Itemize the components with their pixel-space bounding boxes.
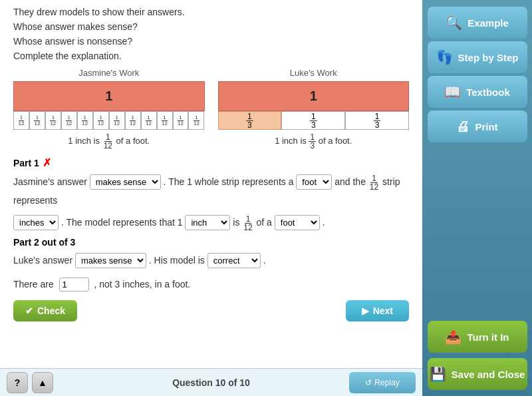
luke-third-1: 13 (218, 111, 282, 130)
part1-period: . (323, 217, 325, 228)
luke-small-bars: 13 13 13 (218, 111, 410, 130)
luke-third-3: 13 (345, 111, 409, 130)
question-2: Whose answer is nonsense? (13, 36, 409, 47)
part1-label: Part 1 (13, 158, 39, 168)
check-label: Check (37, 305, 65, 316)
part1-dropdown4[interactable]: inch inches foot feet (185, 215, 230, 230)
part2-dropdown1[interactable]: makes sense is nonsense (75, 253, 146, 268)
part1-end1: . The model represents that 1 (61, 217, 183, 228)
part3-input[interactable] (59, 278, 89, 292)
replay-button[interactable]: ↺ Replay (349, 372, 416, 393)
part1-mid2: and the (334, 176, 368, 187)
textbook-icon: 📖 (444, 84, 461, 100)
part1-dropdown3[interactable]: inches inch feet foot (13, 215, 59, 230)
part1-dropdown2[interactable]: foot inch (296, 174, 332, 190)
part1-xmark: ✗ (43, 156, 51, 169)
next-button[interactable]: ▶ Next (346, 300, 409, 321)
part2-start: Luke's answer (13, 255, 72, 266)
part1-mid1: . The 1 whole strip represents a (164, 176, 294, 187)
example-button[interactable]: 🔍 Example (428, 7, 527, 39)
part1-frac2: 112 (242, 215, 253, 232)
jasmine-twelfth-10: 112 (157, 111, 173, 130)
jasmine-twelfth-12: 112 (188, 111, 204, 130)
jasmine-caption: 1 inch is 112 of a foot. (68, 133, 150, 150)
jasmine-panel: Jasmine's Work 1 112 112 112 112 112 112… (13, 68, 205, 150)
works-container: Jasmine's Work 1 112 112 112 112 112 112… (13, 68, 409, 150)
jasmine-twelfth-6: 112 (93, 111, 109, 130)
jasmine-twelfth-11: 112 (173, 111, 189, 130)
bottom-left-buttons: ? ▲ (7, 372, 53, 393)
step-icon: 👣 (436, 49, 453, 65)
help-button[interactable]: ? (7, 372, 28, 393)
luke-caption: 1 inch is 13 of a foot. (275, 133, 352, 150)
jasmine-bar-container: 1 112 112 112 112 112 112 112 112 112 11… (13, 81, 205, 150)
part2-mid: . His model is (149, 255, 205, 266)
part1-end2: is (233, 217, 242, 228)
luke-big-bar: 1 (218, 81, 410, 111)
part3-mid: , not 3 inches, in a foot. (94, 279, 190, 290)
save-close-button[interactable]: 💾 Save and Close (428, 358, 527, 390)
step-label: Step by Step (458, 52, 519, 63)
turnin-icon: 📤 (445, 329, 462, 345)
jasmine-big-bar: 1 (13, 81, 205, 111)
part1-dropdown1[interactable]: makes sense is nonsense (90, 174, 161, 190)
textbook-button[interactable]: 📖 Textbook (428, 76, 527, 108)
jasmine-twelfth-2: 112 (29, 111, 45, 130)
replay-label: Replay (374, 378, 399, 387)
part2-sentence: Luke's answer makes sense is nonsense . … (13, 251, 409, 270)
part2-end: . (263, 255, 266, 266)
luke-panel: Luke's Work 1 13 13 13 1 inch is 13 of a… (218, 68, 410, 150)
jasmine-twelfth-9: 112 (141, 111, 157, 130)
hint-button[interactable]: ▲ (32, 372, 53, 393)
next-arrow-icon: ▶ (362, 305, 369, 316)
print-button[interactable]: 🖨 Print (428, 110, 527, 142)
part2-label: Part 2 out of 3 (13, 237, 75, 248)
main-content: They drew models to show their answers. … (0, 0, 422, 396)
step-by-step-button[interactable]: 👣 Step by Step (428, 41, 527, 73)
part1-start: Jasmine's answer (13, 176, 87, 187)
example-label: Example (467, 17, 509, 29)
luke-title: Luke's Work (218, 68, 410, 78)
jasmine-twelfth-7: 112 (109, 111, 125, 130)
luke-bar-container: 1 13 13 13 1 inch is 13 of a foot. (218, 81, 410, 150)
part1-sentence1: Jasmine's answer makes sense is nonsense… (13, 172, 409, 210)
sidebar: 🔍 Example 👣 Step by Step 📖 Textbook 🖨 Pr… (422, 0, 532, 396)
part3-sentence: There are , not 3 inches, in a foot. (13, 275, 409, 294)
print-icon: 🖨 (456, 119, 469, 134)
part2-header: Part 2 out of 3 (13, 237, 409, 248)
luke-third-2: 13 (281, 111, 345, 130)
question-1: Whose answer makes sense? (13, 21, 409, 32)
scrollable-area: They drew models to show their answers. … (0, 0, 422, 396)
textbook-label: Textbook (466, 87, 510, 98)
part1-dropdown5[interactable]: foot feet inch inches (275, 215, 320, 230)
replay-icon: ↺ (365, 378, 372, 387)
part1-frac1: 112 (368, 174, 380, 191)
turnin-label: Turn it In (467, 331, 509, 343)
intro-text: They drew models to show their answers. (13, 7, 409, 17)
bottom-bar: ? ▲ Question 10 of 10 ↺ Replay (0, 368, 422, 396)
print-label: Print (475, 121, 497, 132)
check-icon: ✔ (25, 305, 33, 316)
part2-dropdown2[interactable]: correct incorrect (207, 253, 261, 268)
next-label: Next (373, 305, 393, 316)
turnin-button[interactable]: 📤 Turn it In (428, 321, 527, 353)
part1-sentence2: inches inch feet foot . The model repres… (13, 213, 409, 232)
jasmine-twelfth-1: 112 (13, 111, 29, 130)
action-row: ✔ Check ▶ Next (13, 300, 409, 321)
save-label: Save and Close (452, 369, 525, 380)
instruction: Complete the explanation. (13, 51, 409, 61)
jasmine-title: Jasmine's Work (13, 68, 205, 78)
part1-end3: of a (257, 217, 275, 228)
jasmine-small-bars: 112 112 112 112 112 112 112 112 112 112 … (13, 111, 205, 130)
jasmine-twelfth-5: 112 (77, 111, 93, 130)
jasmine-twelfth-8: 112 (125, 111, 141, 130)
check-button[interactable]: ✔ Check (13, 300, 77, 321)
jasmine-twelfth-4: 112 (61, 111, 77, 130)
save-icon: 💾 (430, 366, 446, 382)
jasmine-twelfth-3: 112 (45, 111, 61, 130)
part1-header: Part 1 ✗ (13, 156, 409, 169)
part3-start: There are (13, 279, 54, 290)
example-icon: 🔍 (446, 15, 462, 31)
question-label: Question 10 of 10 (172, 377, 250, 388)
